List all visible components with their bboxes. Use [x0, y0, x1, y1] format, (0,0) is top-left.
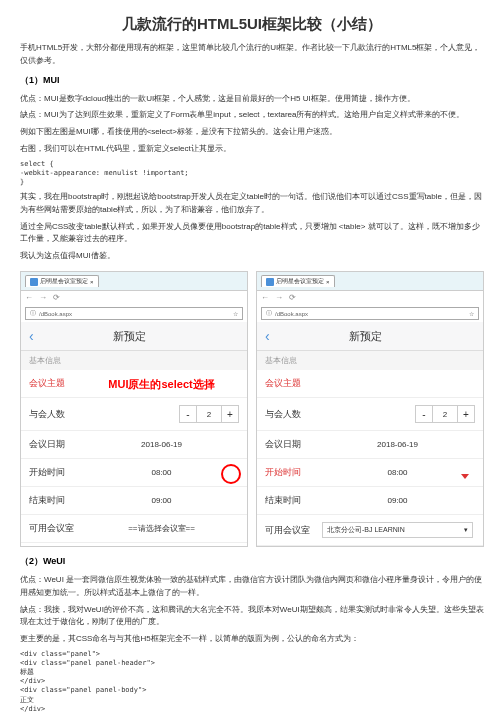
back-icon-r[interactable]: ← [261, 293, 271, 303]
forward-icon-r[interactable]: → [275, 293, 285, 303]
room-select[interactable]: ==请选择会议室== [84, 523, 239, 534]
reload-icon-r[interactable]: ⟳ [289, 293, 299, 303]
tab-icon [30, 278, 38, 286]
section-2-heading: （2）WeUI [20, 555, 484, 568]
label-date: 会议日期 [29, 438, 84, 451]
start-value-r[interactable]: 08:00 [320, 468, 475, 477]
end-value[interactable]: 09:00 [84, 496, 239, 505]
end-value-r[interactable]: 09:00 [320, 496, 475, 505]
minus-button[interactable]: - [179, 405, 197, 423]
label-end: 结束时间 [29, 494, 84, 507]
url-bar[interactable]: ⓘ/dBook.aspx☆ [25, 307, 243, 320]
plus-button[interactable]: + [221, 405, 239, 423]
page-title: 几款流行的HTML5UI框架比较（小结） [20, 15, 484, 34]
s2-p3: 更主要的是，其CSS命名与与其他H5框架完全不一样，以简单的版面为例，公认的命名… [20, 633, 484, 646]
app-title-r: 新预定 [270, 329, 461, 344]
close-icon[interactable]: × [90, 279, 94, 285]
app-header-r: ‹ 新预定 [257, 322, 483, 351]
label-start-r: 开始时间 [265, 466, 320, 479]
s1-p4: 右图，我们可以在HTML代码里，重新定义select让其显示。 [20, 143, 484, 156]
info-icon-r: ⓘ [266, 309, 272, 318]
room-select-r[interactable]: 北京分公司-BJ LEARNIN▾ [322, 522, 473, 538]
row-end: 结束时间 09:00 [21, 487, 247, 515]
section-label-r: 基本信息 [257, 351, 483, 370]
browser-tabs: 启明星会议室预定× [21, 272, 247, 291]
row-subject-r: 会议主题 [257, 370, 483, 398]
label-subject-r: 会议主题 [265, 377, 320, 390]
star-icon[interactable]: ☆ [233, 310, 238, 317]
s1-p5: 其实，我在用bootstrap时，刚想起说给bootstrap开发人员在定义ta… [20, 191, 484, 217]
stepper-r: - 2 + [320, 405, 475, 423]
row-date: 会议日期 2018-06-19 [21, 431, 247, 459]
app-title: 新预定 [34, 329, 225, 344]
minus-button-r[interactable]: - [415, 405, 433, 423]
browser-tab-r[interactable]: 启明星会议室预定× [261, 275, 335, 287]
row-room-r: 可用会议室 北京分公司-BJ LEARNIN▾ [257, 515, 483, 546]
row-end-r: 结束时间 09:00 [257, 487, 483, 515]
close-icon-r[interactable]: × [326, 279, 330, 285]
s2-p2: 缺点：我接，我对WeUI的评价不高，这和腾讯的大名完全不符。我原本对WeUI期望… [20, 604, 484, 630]
chevron-down-icon: ▾ [464, 526, 468, 534]
date-value-r[interactable]: 2018-06-19 [320, 440, 475, 449]
label-attendees: 与会人数 [29, 408, 84, 421]
row-room: 可用会议室 ==请选择会议室== [21, 515, 247, 543]
s2-p1: 优点：WeUI 是一套同微信原生视觉体验一致的基础样式库，由微信官方设计团队为微… [20, 574, 484, 600]
stepper-value-r: 2 [433, 405, 457, 423]
red-circle-annotation [221, 464, 241, 484]
label-start: 开始时间 [29, 466, 84, 479]
star-icon-r[interactable]: ☆ [469, 310, 474, 317]
url-bar-r[interactable]: ⓘ/dBook.aspx☆ [261, 307, 479, 320]
date-value[interactable]: 2018-06-19 [84, 440, 239, 449]
plus-button-r[interactable]: + [457, 405, 475, 423]
phone-right: 启明星会议室预定× ← → ⟳ ⓘ/dBook.aspx☆ ‹ 新预定 基本信息… [256, 271, 484, 547]
phone-left: 启明星会议室预定× ← → ⟳ ⓘ/dBook.aspx☆ ‹ 新预定 基本信息… [20, 271, 248, 547]
stepper-value: 2 [197, 405, 221, 423]
label-end-r: 结束时间 [265, 494, 320, 507]
overlay-text: MUI原生的select选择 [108, 376, 214, 391]
row-start: 开始时间 08:00 [21, 459, 247, 487]
app-header: ‹ 新预定 [21, 322, 247, 351]
section-label: 基本信息 [21, 351, 247, 370]
s1-p6: 通过全局CSS改变table默认样式，如果开发人员像要使用bootstrap的t… [20, 221, 484, 247]
forward-icon[interactable]: → [39, 293, 49, 303]
intro-text: 手机HTML5开发，大部分都使用现有的框架，这里简单比较几个流行的UI框架。作者… [20, 42, 484, 68]
s1-p1: 优点：MUI是数字dcloud推出的一款UI框架，个人感觉，这是目前最好的一个H… [20, 93, 484, 106]
label-room: 可用会议室 [29, 522, 84, 535]
browser-tabs-r: 启明星会议室预定× [257, 272, 483, 291]
label-date-r: 会议日期 [265, 438, 320, 451]
s1-p7: 我认为这点值得MUI借鉴。 [20, 250, 484, 263]
row-attendees: 与会人数 - 2 + [21, 398, 247, 431]
row-date-r: 会议日期 2018-06-19 [257, 431, 483, 459]
row-start-r: 开始时间 08:00 [257, 459, 483, 487]
reload-icon[interactable]: ⟳ [53, 293, 63, 303]
label-room-r: 可用会议室 [265, 524, 320, 537]
code-block-1: select { -webkit-appearance: menulist !i… [20, 160, 484, 187]
tab-icon-r [266, 278, 274, 286]
start-value[interactable]: 08:00 [84, 468, 239, 477]
s1-p2: 缺点：MUI为了达到原生效果，重新定义了Form表单里input，select，… [20, 109, 484, 122]
dropdown-arrow-icon [461, 474, 469, 479]
s1-p3: 例如下图左图是MUI哪，看接使用的<select>标签，是没有下拉箭头的。这会让… [20, 126, 484, 139]
label-subject: 会议主题 [29, 377, 84, 390]
row-attendees-r: 与会人数 - 2 + [257, 398, 483, 431]
section-1-heading: （1）MUI [20, 74, 484, 87]
browser-tab[interactable]: 启明星会议室预定× [25, 275, 99, 287]
stepper: - 2 + [84, 405, 239, 423]
browser-nav-r: ← → ⟳ [257, 291, 483, 305]
screenshot-container: 启明星会议室预定× ← → ⟳ ⓘ/dBook.aspx☆ ‹ 新预定 基本信息… [20, 271, 484, 547]
row-subject: 会议主题 MUI原生的select选择 [21, 370, 247, 398]
back-icon[interactable]: ← [25, 293, 35, 303]
label-attendees-r: 与会人数 [265, 408, 320, 421]
browser-nav: ← → ⟳ [21, 291, 247, 305]
code-block-2: <div class="panel"> <div class="panel pa… [20, 650, 484, 713]
info-icon: ⓘ [30, 309, 36, 318]
